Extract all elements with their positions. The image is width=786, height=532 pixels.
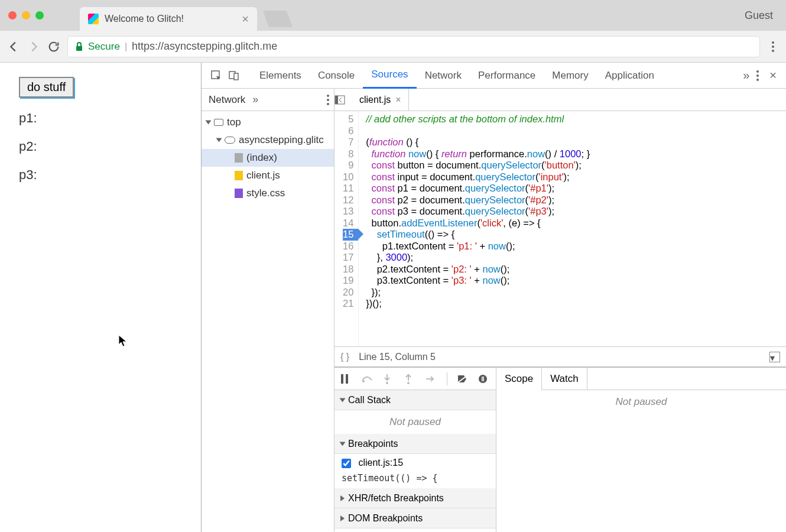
breakpoint-checkbox[interactable]: [342, 459, 351, 468]
deactivate-breakpoints-icon[interactable]: [457, 374, 469, 384]
coverage-toggle-icon[interactable]: ▾: [769, 352, 780, 362]
navigator-tab-network[interactable]: Network: [209, 94, 245, 106]
browser-tab[interactable]: Welcome to Glitch! ×: [80, 7, 257, 31]
p2-output: p2:: [19, 139, 182, 154]
editor-status-bar: { } Line 15, Column 5 ▾: [334, 346, 786, 366]
dom-breakpoints-header[interactable]: DOM Breakpoints: [334, 508, 496, 528]
device-toggle-icon[interactable]: [225, 70, 243, 82]
devtools-tab-memory[interactable]: Memory: [544, 63, 596, 89]
browser-toolbar: Secure | https://asyncstepping.glitch.me: [0, 31, 786, 63]
svg-point-10: [407, 382, 410, 384]
devtools-tab-network[interactable]: Network: [417, 63, 470, 89]
svg-point-12: [479, 375, 487, 383]
sources-navigator: Network » top asyncstepping.glitc: [202, 89, 334, 532]
close-editor-tab-icon[interactable]: ×: [395, 95, 401, 105]
tree-top[interactable]: top: [202, 113, 334, 131]
mouse-cursor-icon: [118, 335, 128, 348]
editor: client.js × 5678910111213141516171819202…: [334, 89, 786, 366]
file-clientjs[interactable]: client.js: [202, 167, 334, 184]
devtools-tab-application[interactable]: Application: [597, 63, 662, 89]
watch-tab[interactable]: Watch: [542, 368, 587, 390]
devtools-menu-icon[interactable]: [754, 70, 761, 81]
breakpoint-code: setTimeout(() => {: [334, 472, 496, 488]
file-tree: top asyncstepping.glitc (index)client.js…: [202, 111, 334, 205]
close-devtools-icon[interactable]: ×: [766, 69, 780, 82]
devtools-tab-elements[interactable]: Elements: [251, 63, 310, 89]
cloud-icon: [225, 137, 235, 144]
svg-rect-3: [234, 73, 238, 80]
tab-title: Welcome to Glitch!: [105, 14, 236, 24]
toggle-navigator-icon[interactable]: [334, 95, 352, 105]
devtools-tab-performance[interactable]: Performance: [470, 63, 544, 89]
callstack-body: Not paused: [334, 410, 496, 434]
xhr-breakpoints-header[interactable]: XHR/fetch Breakpoints: [334, 488, 496, 508]
devtools-tabbar: ElementsConsoleSourcesNetworkPerformance…: [202, 63, 786, 89]
file-icon: [235, 189, 243, 198]
debugger-panel: Call Stack Not paused Breakpoints client…: [334, 366, 786, 532]
breakpoint-item[interactable]: client.js:15: [334, 454, 496, 472]
p3-output: p3:: [19, 167, 182, 183]
scope-tab[interactable]: Scope: [496, 368, 542, 390]
more-tabs-icon[interactable]: »: [743, 69, 749, 82]
cursor-position: Line 15, Column 5: [359, 352, 436, 362]
pause-icon[interactable]: [340, 374, 352, 384]
p1-output: p1:: [19, 111, 182, 126]
devtools-tab-sources[interactable]: Sources: [363, 63, 416, 89]
lock-icon: [75, 42, 83, 51]
svg-rect-13: [482, 377, 483, 381]
navigator-menu-icon[interactable]: [322, 95, 334, 105]
close-tab-icon[interactable]: ×: [242, 12, 249, 26]
file-icon: [235, 153, 243, 163]
step-out-icon: [404, 374, 416, 384]
window-titlebar: Welcome to Glitch! × Guest: [0, 0, 786, 31]
file-stylecss[interactable]: style.css: [202, 184, 334, 202]
forward-button: [27, 40, 40, 53]
file-index[interactable]: (index): [202, 149, 334, 167]
svg-rect-5: [335, 96, 338, 104]
frame-icon: [214, 119, 223, 126]
scope-body: Not paused: [496, 390, 786, 414]
close-window-icon[interactable]: [8, 11, 17, 20]
maximize-window-icon[interactable]: [35, 11, 44, 20]
code-area[interactable]: 56789101112131415161718192021 // add oth…: [334, 111, 786, 346]
minimize-window-icon[interactable]: [22, 11, 30, 20]
secure-label: Secure: [88, 41, 120, 53]
do-stuff-button[interactable]: do stuff: [19, 77, 74, 98]
traffic-lights: [8, 11, 44, 20]
devtools: ElementsConsoleSourcesNetworkPerformance…: [202, 63, 786, 532]
more-navigator-tabs-icon[interactable]: »: [252, 93, 258, 106]
page-content: do stuff p1: p2: p3:: [0, 63, 202, 532]
svg-rect-7: [346, 374, 348, 384]
pause-on-exceptions-icon[interactable]: [478, 374, 490, 384]
svg-rect-0: [76, 46, 82, 51]
devtools-tab-console[interactable]: Console: [310, 63, 363, 89]
step-into-icon: [383, 374, 395, 384]
debugger-controls: [334, 368, 496, 390]
svg-rect-14: [483, 377, 485, 381]
inspect-element-icon[interactable]: [207, 70, 225, 82]
svg-rect-6: [341, 374, 343, 384]
editor-tab[interactable]: client.js ×: [352, 89, 409, 111]
breakpoints-header[interactable]: Breakpoints: [334, 434, 496, 454]
svg-point-8: [362, 380, 365, 382]
step-over-icon: [362, 375, 373, 383]
callstack-header[interactable]: Call Stack: [334, 390, 496, 410]
step-icon: [426, 375, 437, 382]
file-icon: [235, 171, 243, 180]
format-icon[interactable]: { }: [340, 352, 349, 362]
profile-label[interactable]: Guest: [745, 9, 778, 22]
url-text: https://asyncstepping.glitch.me: [132, 40, 277, 53]
svg-point-9: [386, 382, 388, 384]
back-button[interactable]: [7, 40, 20, 53]
address-bar[interactable]: Secure | https://asyncstepping.glitch.me: [67, 36, 760, 57]
browser-menu-icon[interactable]: [767, 41, 779, 52]
favicon-icon: [88, 14, 99, 24]
reload-button[interactable]: [47, 40, 60, 53]
new-tab-button[interactable]: [263, 11, 293, 27]
tree-domain[interactable]: asyncstepping.glitc: [202, 131, 334, 149]
